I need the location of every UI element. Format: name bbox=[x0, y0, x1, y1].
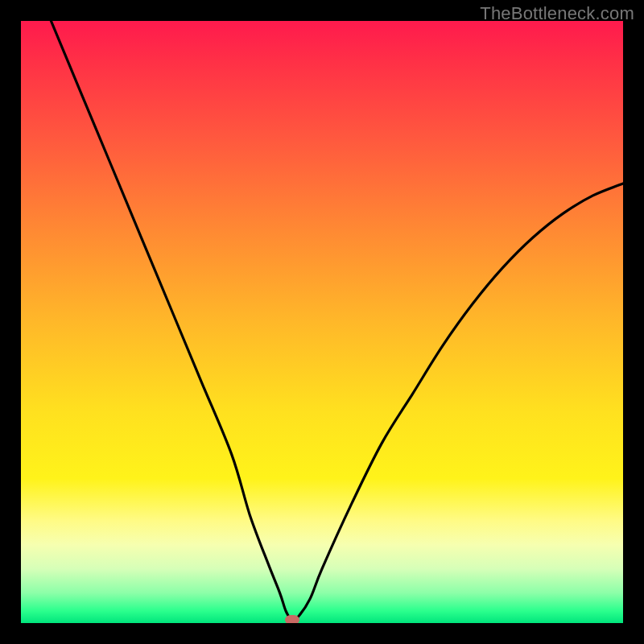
bottleneck-curve bbox=[21, 21, 623, 623]
chart-frame: TheBottleneck.com bbox=[0, 0, 644, 644]
min-point-marker bbox=[285, 615, 299, 623]
plot-area bbox=[21, 21, 623, 623]
